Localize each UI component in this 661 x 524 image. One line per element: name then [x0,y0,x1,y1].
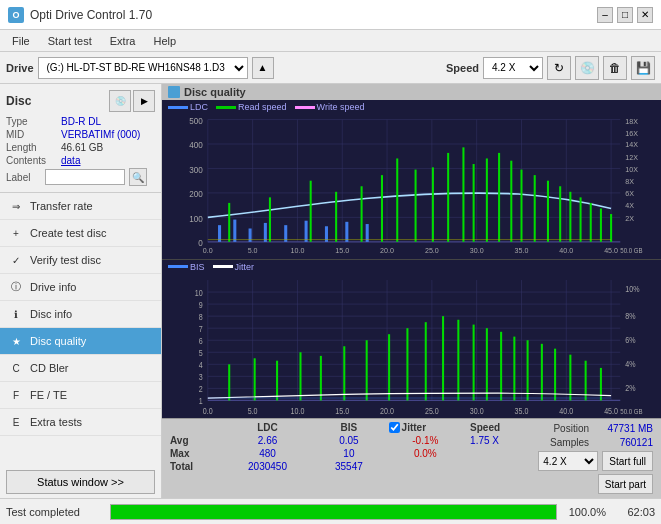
jitter-col-label: Jitter [402,422,426,433]
disc-contents-row: Contents data [6,155,155,166]
svg-rect-143 [569,354,571,400]
start-part-button[interactable]: Start part [598,474,653,494]
chart1-legend: LDC Read speed Write speed [162,100,661,114]
status-window-button[interactable]: Status window >> [6,470,155,494]
maximize-button[interactable]: □ [617,7,633,23]
avg-label: Avg [166,434,222,447]
svg-rect-56 [361,186,363,242]
jitter-checkbox[interactable] [389,422,400,433]
total-label: Total [166,460,222,473]
svg-rect-50 [345,222,348,242]
svg-rect-61 [447,153,449,242]
erase-button[interactable]: 🗑 [603,56,627,80]
sidebar-item-transfer-rate[interactable]: ⇒ Transfer rate [0,193,161,220]
svg-text:8%: 8% [625,310,635,320]
svg-rect-126 [276,360,278,400]
svg-rect-142 [554,348,556,400]
label-input[interactable] [45,169,125,185]
toolbar-drive: (G:) HL-DT-ST BD-RE WH16NS48 1.D3 ▲ [38,57,434,79]
drive-info-label: Drive info [30,281,76,293]
close-button[interactable]: ✕ [637,7,653,23]
position-value: 47731 MB [593,423,653,434]
main-area: Disc 💿 ▶ Type BD-R DL MID VERBATIMf (000… [0,84,661,498]
menu-extra[interactable]: Extra [102,33,144,49]
contents-value[interactable]: data [61,155,80,166]
svg-rect-55 [335,192,337,242]
svg-rect-51 [366,224,369,242]
svg-text:20.0: 20.0 [380,406,394,416]
right-controls: Position 47731 MB Samples 760121 4.2 X S… [534,421,657,496]
speed-select-row: 4.2 X Start full [538,451,653,471]
svg-text:10.0: 10.0 [291,406,305,416]
chart1-svg: 500 400 300 200 100 0 18X 16X 14X 12X 10… [162,114,661,259]
svg-text:10%: 10% [625,284,639,294]
svg-rect-65 [498,153,500,242]
length-label: Length [6,142,61,153]
svg-rect-72 [580,197,582,241]
svg-text:2%: 2% [625,383,635,393]
disc-quality-icon: ★ [8,333,24,349]
svg-rect-140 [527,340,529,400]
svg-text:18X: 18X [625,117,638,126]
progress-fill [111,505,556,519]
minimize-button[interactable]: – [597,7,613,23]
svg-rect-54 [310,181,312,242]
eject-button[interactable]: ▲ [252,57,274,79]
svg-text:16X: 16X [625,129,638,138]
menu-starttest[interactable]: Start test [40,33,100,49]
sidebar-item-disc-info[interactable]: ℹ Disc info [0,301,161,328]
speed-label: Speed [446,62,479,74]
disc-icons: 💿 ▶ [109,90,155,112]
speed-select[interactable]: 4.2 X [483,57,543,79]
sidebar-item-extra-tests[interactable]: E Extra tests [0,409,161,436]
max-bis: 10 [313,447,384,460]
disc-icon-btn2[interactable]: ▶ [133,90,155,112]
save-button[interactable]: 💾 [631,56,655,80]
svg-rect-62 [462,147,464,241]
sidebar-item-verify-test-disc[interactable]: ✓ Verify test disc [0,247,161,274]
menu-file[interactable]: File [4,33,38,49]
label-search-btn[interactable]: 🔍 [129,168,147,186]
total-ldc: 2030450 [222,460,313,473]
col-bis: BIS [313,421,384,434]
menu-help[interactable]: Help [145,33,184,49]
stats-table: LDC BIS Jitter Speed Avg 2.66 [166,421,534,473]
svg-text:30.0: 30.0 [470,406,484,416]
start-full-button[interactable]: Start full [602,451,653,471]
menu-bar: File Start test Extra Help [0,30,661,52]
app-icon: O [8,7,24,23]
svg-text:30.0: 30.0 [470,246,484,255]
svg-text:6%: 6% [625,335,635,345]
svg-text:0.0: 0.0 [203,406,214,416]
svg-text:10X: 10X [625,165,638,174]
svg-text:100: 100 [189,213,203,223]
bis-legend-color [168,265,188,268]
svg-text:6X: 6X [625,189,634,198]
svg-text:7: 7 [199,324,203,334]
chart2-legend: BIS Jitter [162,260,661,274]
stats-row: LDC BIS Jitter Speed Avg 2.66 [166,421,657,496]
nav-items: ⇒ Transfer rate + Create test disc ✓ Ver… [0,193,161,466]
disc-quality-label: Disc quality [30,335,86,347]
svg-text:5.0: 5.0 [248,406,259,416]
svg-rect-130 [366,340,368,400]
svg-text:3: 3 [199,372,203,382]
sidebar-item-cd-bler[interactable]: C CD Bler [0,355,161,382]
disc-info-label: Disc info [30,308,72,320]
disc-table: Type BD-R DL MID VERBATIMf (000) Length … [6,116,155,186]
disc-button[interactable]: 💿 [575,56,599,80]
drive-select[interactable]: (G:) HL-DT-ST BD-RE WH16NS48 1.D3 [38,57,248,79]
svg-rect-127 [299,352,301,400]
chart2: BIS Jitter [162,260,661,419]
sidebar-item-fe-te[interactable]: F FE / TE [0,382,161,409]
col-empty [166,421,222,434]
disc-header: Disc 💿 ▶ [6,90,155,112]
refresh-button[interactable]: ↻ [547,56,571,80]
quality-speed-select[interactable]: 4.2 X [538,451,598,471]
sidebar-item-drive-info[interactable]: ⓘ Drive info [0,274,161,301]
sidebar-item-disc-quality[interactable]: ★ Disc quality [0,328,161,355]
svg-text:4: 4 [199,360,204,370]
disc-icon-btn1[interactable]: 💿 [109,90,131,112]
jitter-checkbox-label[interactable]: Jitter [389,422,463,433]
sidebar-item-create-test-disc[interactable]: + Create test disc [0,220,161,247]
